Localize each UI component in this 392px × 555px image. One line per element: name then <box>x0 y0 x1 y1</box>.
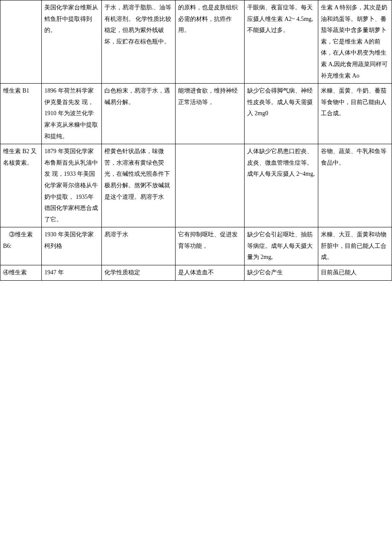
table-body: 美国化学家台维斯从鳕鱼肝中提取得到的。 于水，易溶于脂肪.、油等有机溶剂。 化学… <box>0 0 392 281</box>
cell-name: 维生素 B2 又名核黄素。 <box>0 144 42 227</box>
cell-name: 维生素 B1 <box>0 84 42 144</box>
cell-name: ④维生素 <box>0 265 42 281</box>
cell-properties: 白色粉末，易溶于水，遇碱易分解。 <box>101 84 175 144</box>
cell-deficiency: 人体缺少它易患口腔炎、皮炎、微血管增生症等。成年人每天应摄人 2~4mg, <box>245 144 318 227</box>
cell-function <box>175 144 244 227</box>
cell-discovery: 1930 年美国化学家柯列格 <box>42 227 102 265</box>
cell-deficiency: 缺少它会得脚气病、神经性皮炎等。成人每天需摄入 2mg0 <box>245 84 318 144</box>
cell-deficiency: 干眼病、夜盲症等。每天应摄人维生素 A2~ 4.5mg,不能摄人过多。 <box>245 0 318 84</box>
table-row: 美国化学家台维斯从鳕鱼肝中提取得到的。 于水，易溶于脂肪.、油等有机溶剂。 化学… <box>0 0 392 84</box>
cell-function: 是人体造血不 <box>175 265 244 281</box>
cell-source: 米糠、大豆、蛋黄和动物肝脏中，目前已能人工合成。 <box>318 227 392 265</box>
table-row: 维生素 B1 1896 年荷兰科学家伊克曼首先发 现，1910 年为波兰化学家丰… <box>0 84 392 144</box>
cell-properties: 橙黄色针状晶体，味微苦，水溶液有黄绿色荧光，在碱性或光照条件下极易分解。熬粥不放… <box>101 144 175 227</box>
cell-source: 生素 A 特别多，其次是奶油和鸡蛋等。胡萝卜、番茄等蔬菜中含多量胡萝卜素，它是维… <box>318 0 392 84</box>
cell-properties: 易溶于水 <box>101 227 175 265</box>
table-row: ④维生素 1947 年 化学性质稳定 是人体造血不 缺少它会产生 目前虽已能人 <box>0 265 392 281</box>
cell-discovery: 美国化学家台维斯从鳕鱼肝中提取得到的。 <box>42 0 102 84</box>
cell-deficiency: 缺少它会产生 <box>245 265 318 281</box>
cell-source: 谷物、蔬菜、牛乳和鱼等食品中。 <box>318 144 392 227</box>
cell-deficiency: 缺少它会引起呕吐、抽筋等病症。成年人每天摄大量为 2mg, <box>245 227 318 265</box>
cell-discovery: 1947 年 <box>42 265 102 281</box>
cell-properties: 于水，易溶于脂肪.、油等有机溶剂。 化学性质比较稳定，但易为紫外线破坏，应贮存在… <box>101 0 175 84</box>
cell-name: ③维生素 B6: <box>0 227 42 265</box>
cell-name <box>0 0 42 84</box>
cell-discovery: 1896 年荷兰科学家伊克曼首先发 现，1910 年为波兰化学家丰克从米糠中提取… <box>42 84 102 144</box>
vitamin-table: 美国化学家台维斯从鳕鱼肝中提取得到的。 于水，易溶于脂肪.、油等有机溶剂。 化学… <box>0 0 392 281</box>
cell-function: 能增进食欲，维持神经正常活动等， <box>175 84 244 144</box>
cell-source: 目前虽已能人 <box>318 265 392 281</box>
cell-function: 的原料，也是皮肤组织必需的材料，抗癌作用。 <box>175 0 244 84</box>
table-row: ③维生素 B6: 1930 年美国化学家柯列格 易溶于水 它有抑制呕吐、促进发育… <box>0 227 392 265</box>
cell-function: 它有抑制呕吐、促进发育等功能， <box>175 227 244 265</box>
cell-discovery: 1879 年英国化学家布鲁斯首先从乳清中发 现，1933 年美国化学家哥尔倍格从… <box>42 144 102 227</box>
cell-properties: 化学性质稳定 <box>101 265 175 281</box>
cell-source: 米糠、蛋黄、牛奶、番茄等食物中，目前己能由人工合成。 <box>318 84 392 144</box>
table-row: 维生素 B2 又名核黄素。 1879 年英国化学家布鲁斯首先从乳清中发 现，19… <box>0 144 392 227</box>
